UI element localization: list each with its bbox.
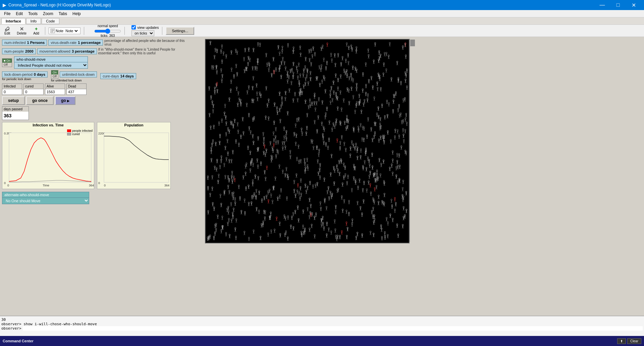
alive-stat-label: Alive [45, 84, 65, 89]
menu-file[interactable]: File [1, 11, 13, 17]
maximize-button[interactable]: □ [610, 0, 626, 10]
unlimited-off-text: Off [53, 75, 57, 78]
command-center-title: Command Center [3, 339, 34, 343]
right-panel [203, 37, 644, 346]
cmd-clear-button[interactable]: Clear [627, 338, 641, 344]
left-panel: num-infected 1 Persons virus-death-rate … [0, 37, 203, 346]
svg-text:0: 0 [104, 184, 106, 186]
legend-infected: people infected [67, 129, 93, 132]
movement-allowed-value: 3 percentage [72, 49, 95, 53]
action-buttons-row: setup go once go ▶ [2, 96, 201, 105]
svg-text:0: 0 [98, 181, 100, 185]
num-infected-value: 1 Persons [27, 41, 45, 45]
infected-stat: Infected 0 [2, 83, 22, 95]
view-updates-label[interactable]: view updates [131, 25, 159, 30]
toolbar-separator-1 [45, 27, 45, 35]
go-label: go [61, 98, 66, 103]
cmd-line-1: 30 [1, 318, 643, 322]
num-infected-label: num-infected [4, 41, 26, 45]
alt-move-label: alternate-who-should-move [2, 192, 89, 197]
tab-interface[interactable]: Interface [1, 18, 25, 24]
delete-button[interactable]: Delete [14, 25, 29, 36]
cmd-prompt: observer> [1, 326, 21, 331]
go-button[interactable]: go ▶ [55, 96, 75, 105]
svg-rect-14 [104, 133, 169, 182]
menu-zoom[interactable]: Zoom [40, 11, 56, 17]
lock-down-period-control: lock-down-period 0 days [2, 71, 48, 77]
y-axis-min: 0 [4, 181, 6, 185]
alt-move-control: alternate-who-should-move No One should … [2, 192, 89, 204]
setup-button[interactable]: setup [2, 96, 25, 105]
tab-code[interactable]: Code [42, 18, 59, 24]
view-updates-text: view updates [137, 25, 159, 30]
delete-icon [19, 26, 24, 32]
population-chart: Population 2200 0 0 364 [97, 122, 171, 189]
who-should-move-select[interactable]: Infected People should not move [14, 62, 88, 68]
cmd-line-2: observer> show i-will-chose-who-should-m… [1, 322, 643, 326]
cmd-expand-button[interactable]: ⬆ [617, 338, 626, 344]
legend-cured-label: cured [72, 132, 80, 136]
dead-stat-label: Dead [67, 84, 86, 89]
view-updates-checkbox[interactable] [131, 25, 136, 30]
tab-info[interactable]: Info [26, 18, 41, 24]
num-infected-control: num-infected 1 Persons [2, 40, 47, 46]
add-label: Add [33, 32, 39, 35]
speed-label: normal speed [98, 24, 118, 28]
desc-text-2: If in "Who-should-move" there is "Limite… [98, 48, 185, 55]
speed-slider[interactable] [94, 28, 121, 34]
note-select-container: Note Note [49, 27, 80, 34]
minimize-button[interactable]: — [595, 0, 610, 10]
right-scrollbar[interactable] [410, 39, 415, 242]
on-text: On [6, 59, 10, 62]
alt-move-select[interactable]: No One should Move [2, 197, 89, 204]
population-chart-title: Population [97, 122, 170, 128]
view-updates-control: view updates on ticks [131, 25, 159, 36]
settings-button[interactable]: Settings... [166, 27, 194, 35]
titlebar-left: ▶ Corona_Spread - NetLogo (H:\Google Dri… [3, 2, 111, 8]
legend-cured-color [67, 133, 71, 135]
infection-chart-svg: 0.352 0 0 Time 364 [2, 128, 95, 186]
cmd-input[interactable] [23, 326, 643, 331]
days-passed-box: days passed 363 [2, 106, 29, 120]
command-output: 30 observer> show i-will-chose-who-shoul… [0, 316, 644, 336]
menubar: File Edit Tools Zoom Tabs Help [0, 10, 644, 17]
virus-death-rate-control: virus-death-rate 1 percentage [48, 40, 103, 46]
close-button[interactable]: ✕ [626, 0, 641, 10]
menu-edit[interactable]: Edit [13, 11, 25, 17]
i-will-chose-toggle[interactable]: ■ On Off [2, 58, 12, 67]
command-center-bar: Command Center ⬆ Clear [0, 336, 644, 346]
add-button[interactable]: + Add [31, 25, 42, 36]
infected-stat-label: Infected [2, 84, 22, 89]
menu-tabs[interactable]: Tabs [56, 11, 70, 17]
cured-stat: cured 0 [23, 83, 44, 95]
menu-help[interactable]: Help [70, 11, 84, 17]
note-label: Note [56, 29, 63, 33]
infection-chart-legend: people infected cured [67, 129, 93, 136]
unlimited-lock-toggle[interactable]: On Off [51, 70, 58, 79]
svg-text:+: + [35, 26, 38, 32]
alive-stat: Alive 1563 [45, 83, 65, 95]
toolbar-separator-3 [124, 27, 125, 35]
unlimited-lock-down-control: unlimited-lock-down [60, 71, 97, 77]
for-periodic-label: for periodic lock down [2, 77, 31, 81]
simulation-canvas-element [206, 40, 409, 243]
edit-button[interactable]: Edit [2, 25, 12, 36]
cmd-line-3: observer> [1, 326, 643, 331]
on-ticks-select[interactable]: on ticks [131, 30, 154, 36]
desc-text-1: percentage of affected people who die be… [104, 39, 192, 46]
menu-tools[interactable]: Tools [25, 11, 40, 17]
toolbar: Edit Delete + Add Note Note normal speed… [0, 25, 644, 37]
num-people-value: 2000 [25, 49, 33, 53]
days-passed-value: 363 [2, 112, 29, 120]
speed-control: normal speed ticks: 363 [94, 24, 121, 38]
app-title: Corona_Spread - NetLogo (H:\Google Drive… [8, 3, 111, 7]
ctrl-row-1: num-infected 1 Persons virus-death-rate … [2, 39, 201, 46]
go-once-button[interactable]: go once [26, 96, 54, 105]
ctrl-row-4: lock-down-period 0 days for periodic loc… [2, 70, 201, 82]
num-people-control: num-people 2000 [2, 48, 36, 54]
titlebar: ▶ Corona_Spread - NetLogo (H:\Google Dri… [0, 0, 644, 10]
legend-infected-color [67, 129, 71, 132]
scrollbar-thumb[interactable] [410, 40, 415, 46]
cure-days-control: cure-days 14 days [100, 73, 136, 79]
note-select[interactable]: Note [64, 28, 79, 33]
